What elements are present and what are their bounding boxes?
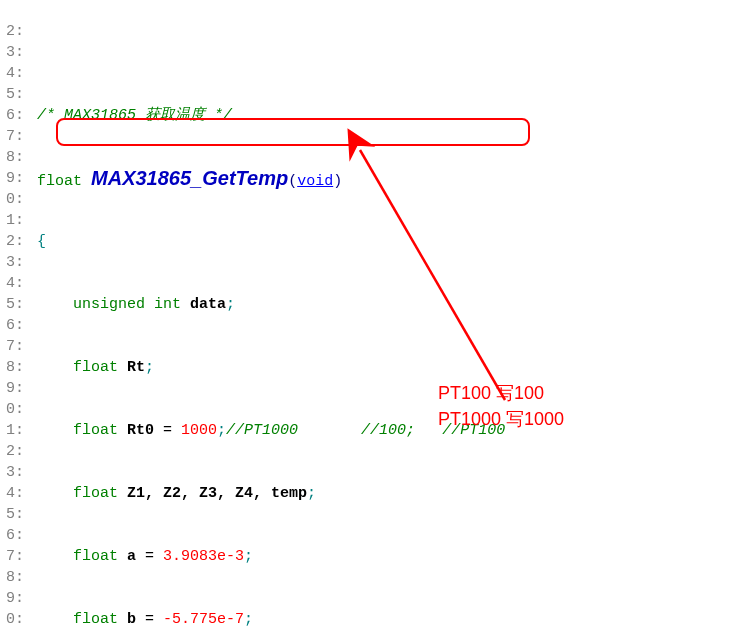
line-num: 7:	[0, 546, 24, 567]
line-num: 0:	[0, 399, 24, 420]
line-num: 8:	[0, 357, 24, 378]
code-keyword: float	[73, 359, 127, 376]
operator: =	[136, 611, 163, 628]
line-num: 1:	[0, 420, 24, 441]
brace: {	[37, 233, 46, 250]
line-num: 1:	[0, 210, 24, 231]
code-comment: /* MAX31865 获取温度 */	[37, 107, 232, 124]
number-literal: 3.9083e-3	[163, 548, 244, 565]
line-num: 6:	[0, 315, 24, 336]
line-num: 9:	[0, 588, 24, 609]
number-literal: 1000	[181, 422, 217, 439]
annotation-line: PT1000 写1000	[438, 406, 564, 432]
number-literal: -5.775e-7	[163, 611, 244, 628]
semicolon: ;	[226, 296, 235, 313]
void-keyword: void	[297, 173, 333, 190]
line-num: 7:	[0, 126, 24, 147]
line-num: 5:	[0, 294, 24, 315]
variable: Rt	[127, 359, 145, 376]
code-keyword: float	[73, 422, 127, 439]
line-number-gutter: 2: 3: 4: 5: 6: 7: 8: 9: 0: 1: 2: 3: 4: 5…	[0, 0, 28, 636]
code-area[interactable]: /* MAX31865 获取温度 */ float MAX31865_GetTe…	[28, 0, 744, 636]
annotation-line: PT100 写100	[438, 380, 564, 406]
function-name: MAX31865_GetTemp	[91, 167, 288, 189]
line-num: 5:	[0, 504, 24, 525]
line-num: 2:	[0, 441, 24, 462]
semicolon: ;	[307, 485, 316, 502]
code-keyword: float	[73, 548, 127, 565]
code-keyword: float	[37, 173, 91, 190]
line-num: 3:	[0, 252, 24, 273]
code-keyword: float	[73, 485, 127, 502]
variable: b	[127, 611, 136, 628]
semicolon: ;	[244, 548, 253, 565]
semicolon: ;	[145, 359, 154, 376]
line-num: 9:	[0, 168, 24, 189]
annotation-text: PT100 写100 PT1000 写1000	[438, 380, 564, 432]
line-num: 2:	[0, 21, 24, 42]
variable: data	[190, 296, 226, 313]
line-num: 8:	[0, 147, 24, 168]
line-num: 6:	[0, 105, 24, 126]
semicolon: ;	[217, 422, 226, 439]
operator: =	[154, 422, 181, 439]
code-editor: 2: 3: 4: 5: 6: 7: 8: 9: 0: 1: 2: 3: 4: 5…	[0, 0, 744, 636]
line-num: 4:	[0, 483, 24, 504]
line-num: 5:	[0, 84, 24, 105]
line-num: 7:	[0, 336, 24, 357]
code-keyword: unsigned int	[73, 296, 190, 313]
line-num: 4:	[0, 63, 24, 84]
line-num	[0, 0, 24, 21]
paren: (	[288, 173, 297, 190]
operator: =	[136, 548, 163, 565]
semicolon: ;	[244, 611, 253, 628]
variable: Rt0	[127, 422, 154, 439]
code-keyword: float	[73, 611, 127, 628]
line-num: 0:	[0, 189, 24, 210]
paren: )	[333, 173, 342, 190]
line-num: 8:	[0, 567, 24, 588]
variable: a	[127, 548, 136, 565]
line-num: 2:	[0, 231, 24, 252]
variable: Z1, Z2, Z3, Z4, temp	[127, 485, 307, 502]
line-num: 9:	[0, 378, 24, 399]
line-num: 3:	[0, 42, 24, 63]
line-num: 3:	[0, 462, 24, 483]
line-num: 6:	[0, 525, 24, 546]
line-num: 4:	[0, 273, 24, 294]
line-num: 0:	[0, 609, 24, 630]
